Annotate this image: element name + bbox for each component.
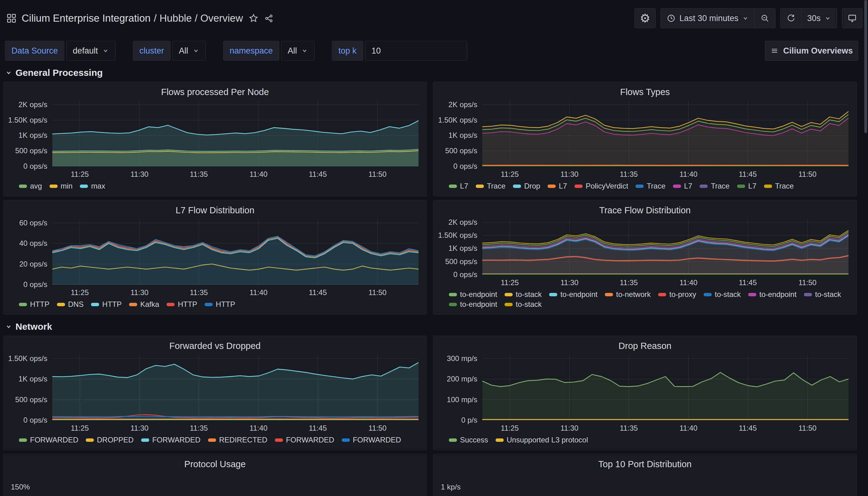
time-range-label: Last 30 minutes (679, 14, 739, 23)
panel-title[interactable]: Trace Flow Distribution (437, 202, 853, 218)
legend-item-forwarded[interactable]: FORWARDED (342, 436, 401, 444)
legend-item-policyverdict[interactable]: PolicyVerdict (574, 182, 628, 190)
chart-plot-area[interactable] (482, 218, 849, 275)
namespace-select[interactable]: All (281, 41, 315, 61)
legend-item-drop[interactable]: Drop (513, 182, 540, 190)
chart-plot-area[interactable] (52, 354, 419, 420)
section-general-processing[interactable]: General Processing (0, 67, 868, 78)
legend-item-l7[interactable]: L7 (449, 182, 468, 190)
legend-item-http[interactable]: HTTP (91, 300, 122, 309)
legend-item-trace[interactable]: Trace (635, 182, 665, 190)
refresh-interval-select[interactable]: 30s (801, 9, 837, 28)
x-tick-label: 11:50 (798, 170, 816, 179)
legend-item-forwarded[interactable]: FORWARDED (141, 436, 201, 444)
legend-item-unsupported-l3-protocol[interactable]: Unsupported L3 protocol (495, 436, 588, 444)
legend-item-to-endpoint[interactable]: to-endpoint (449, 290, 497, 299)
x-tick-label: 11:25 (501, 278, 519, 287)
section-network[interactable]: Network (0, 321, 868, 332)
namespace-label: namespace (223, 41, 280, 61)
legend-label: to-stack (815, 290, 841, 299)
y-tick-label: 1K ops/s (448, 244, 477, 253)
settings-button[interactable]: ⚙ (635, 9, 656, 28)
legend-item-l7[interactable]: L7 (673, 182, 693, 190)
legend-item-trace[interactable]: Trace (699, 182, 729, 190)
legend-color-marker (49, 185, 58, 188)
legend-item-min[interactable]: min (49, 182, 73, 190)
y-tick-label: 1K ops/s (448, 131, 477, 140)
legend-color-marker (476, 185, 484, 188)
legend-item-http[interactable]: HTTP (19, 300, 49, 309)
legend-item-max[interactable]: max (80, 182, 105, 190)
legend-item-to-endpoint[interactable]: to-endpoint (748, 290, 796, 299)
dashboard-title[interactable]: Cilium Enterprise Integration (22, 12, 151, 24)
y-tick-label: 1.50K ops/s (8, 354, 47, 363)
legend-item-trace[interactable]: Trace (476, 182, 505, 190)
chevron-down-icon (102, 47, 109, 54)
datasource-variable: Data Source default (5, 41, 115, 61)
panel-title[interactable]: Flows processed Per Node (6, 84, 424, 100)
legend-item-dropped[interactable]: DROPPED (86, 436, 134, 444)
legend-item-dns[interactable]: DNS (57, 300, 84, 309)
legend-item-trace[interactable]: Trace (764, 182, 794, 190)
x-tick-label: 11:50 (798, 278, 816, 287)
legend-item-to-network[interactable]: to-network (605, 290, 651, 299)
legend-item-success[interactable]: Success (449, 436, 488, 444)
datasource-select[interactable]: default (66, 41, 115, 61)
legend-label: to-endpoint (560, 290, 597, 299)
chart-plot-area[interactable] (482, 100, 849, 166)
legend-item-http[interactable]: HTTP (205, 300, 235, 309)
refresh-interval-label: 30s (807, 14, 821, 23)
page-scrollbar[interactable] (864, 0, 868, 496)
chart-plot-area[interactable] (52, 100, 419, 166)
legend-item-forwarded[interactable]: FORWARDED (275, 436, 334, 444)
datasource-value: default (73, 46, 98, 56)
panel-title[interactable]: Protocol Usage (6, 456, 424, 472)
y-tick-label: 100 mp/s (447, 396, 477, 404)
time-range-picker[interactable]: Last 30 minutes (661, 9, 755, 28)
legend-item-http[interactable]: HTTP (167, 300, 197, 309)
legend-item-to-proxy[interactable]: to-proxy (658, 290, 696, 299)
legend-item-to-stack[interactable]: to-stack (505, 290, 542, 299)
y-axis: 60 ops/s40 ops/s20 ops/s0 ops/s (6, 218, 52, 284)
panel-title[interactable]: Top 10 Port Distribution (437, 456, 853, 472)
legend-color-marker (505, 293, 512, 296)
legend-item-to-stack[interactable]: to-stack (804, 290, 841, 299)
legend-color-marker (129, 303, 137, 306)
chevron-down-icon (5, 323, 12, 330)
x-tick-label: 11:25 (501, 170, 519, 179)
refresh-group: 30s (780, 9, 837, 28)
panel-title[interactable]: Drop Reason (437, 338, 853, 354)
legend-item-to-endpoint[interactable]: to-endpoint (549, 290, 597, 299)
y-tick-label: 0 p/s (461, 416, 477, 424)
star-icon[interactable] (249, 13, 258, 23)
zoom-out-button[interactable] (754, 9, 775, 28)
x-tick-label: 11:35 (190, 170, 208, 179)
y-tick-label: 2K ops/s (448, 218, 477, 227)
legend-item-l7[interactable]: L7 (548, 182, 567, 190)
share-icon[interactable] (264, 14, 274, 23)
cilium-overviews-button[interactable]: Cilium Overviews (765, 41, 858, 61)
legend-item-to-stack[interactable]: to-stack (505, 300, 542, 309)
legend-item-l7[interactable]: L7 (737, 182, 757, 190)
legend-item-avg[interactable]: avg (19, 182, 42, 190)
topk-input[interactable] (365, 41, 467, 61)
legend-item-redirected[interactable]: REDIRECTED (208, 436, 267, 444)
legend-item-to-stack[interactable]: to-stack (704, 290, 741, 299)
chart-plot-area[interactable] (52, 218, 419, 284)
legend-item-forwarded[interactable]: FORWARDED (19, 436, 78, 444)
x-tick-label: 11:35 (620, 424, 638, 433)
legend-color-marker (208, 438, 216, 442)
panel-title[interactable]: Forwarded vs Dropped (6, 338, 424, 354)
cluster-select[interactable]: All (172, 41, 206, 61)
dashboards-grid-icon[interactable] (6, 13, 17, 24)
legend-label: to-stack (715, 290, 741, 299)
scrollbar-thumb[interactable] (864, 0, 867, 133)
x-tick-label: 11:45 (309, 288, 327, 297)
panel-title[interactable]: L7 Flow Distribution (6, 202, 424, 218)
panel-title[interactable]: Flows Types (437, 84, 853, 100)
legend-item-kafka[interactable]: Kafka (129, 300, 159, 309)
chart-plot-area[interactable] (482, 354, 849, 420)
legend-item-to-endpoint[interactable]: to-endpoint (449, 300, 497, 309)
refresh-button[interactable] (781, 9, 801, 28)
kiosk-mode-button[interactable] (842, 9, 863, 28)
